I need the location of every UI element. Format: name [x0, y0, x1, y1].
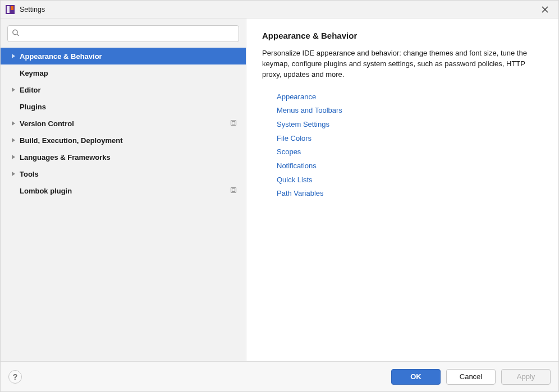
sidebar-item-build-execution-deployment[interactable]: Build, Execution, Deployment	[1, 132, 246, 149]
link-path-variables[interactable]: Path Variables	[277, 187, 543, 201]
sidebar-item-label: Version Control	[20, 119, 230, 128]
sidebar-item-keymap[interactable]: Keymap	[1, 64, 246, 81]
window-title: Settings	[20, 6, 536, 13]
svg-marker-14	[12, 138, 15, 142]
content-area: Appearance & Behavior Keymap Editor Plug…	[1, 19, 558, 361]
link-quick-lists[interactable]: Quick Lists	[277, 173, 543, 187]
ok-button[interactable]: OK	[391, 369, 441, 385]
link-file-colors[interactable]: File Colors	[277, 132, 543, 146]
sidebar-item-label: Editor	[20, 86, 239, 94]
sidebar-item-tools[interactable]: Tools	[1, 165, 246, 182]
sidebar-item-label: Tools	[20, 170, 239, 178]
svg-marker-16	[12, 172, 15, 176]
sidebar-item-appearance-behavior[interactable]: Appearance & Behavior	[1, 48, 246, 64]
sidebar-item-label: Appearance & Behavior	[20, 52, 239, 61]
svg-rect-12	[231, 120, 236, 125]
profile-scheme-icon	[230, 119, 237, 128]
sidebar-item-label: Lombok plugin	[20, 187, 230, 195]
app-icon	[5, 4, 15, 15]
profile-scheme-icon	[230, 187, 237, 195]
sidebar-item-plugins[interactable]: Plugins	[1, 98, 246, 115]
sidebar-item-version-control[interactable]: Version Control	[1, 115, 246, 132]
search-box	[7, 25, 239, 42]
svg-rect-19	[232, 188, 235, 191]
chevron-right-icon	[10, 87, 17, 93]
svg-rect-13	[232, 121, 235, 124]
svg-marker-7	[12, 54, 15, 58]
link-system-settings[interactable]: System Settings	[277, 118, 543, 132]
sidebar-item-languages-frameworks[interactable]: Languages & Frameworks	[1, 149, 246, 165]
chevron-right-icon	[10, 137, 17, 143]
chevron-right-icon	[10, 53, 17, 59]
sidebar-item-lombok-plugin[interactable]: Lombok plugin	[1, 182, 246, 199]
svg-rect-2	[11, 6, 13, 10]
page-description: Personalize IDE appearance and behavior:…	[262, 48, 543, 80]
svg-marker-9	[12, 87, 15, 92]
apply-button[interactable]: Apply	[501, 369, 551, 385]
search-input[interactable]	[7, 25, 239, 42]
link-menus-toolbars[interactable]: Menus and Toolbars	[277, 104, 543, 118]
chevron-right-icon	[10, 171, 17, 177]
chevron-right-icon	[10, 121, 17, 126]
search-container	[1, 25, 246, 48]
sidebar-item-label: Keymap	[20, 69, 239, 77]
close-button[interactable]	[536, 1, 554, 19]
sidebar-item-label: Plugins	[20, 103, 239, 111]
titlebar: Settings	[1, 1, 558, 19]
link-scopes[interactable]: Scopes	[277, 145, 543, 159]
svg-marker-15	[12, 155, 15, 159]
svg-rect-1	[7, 6, 10, 13]
settings-tree: Appearance & Behavior Keymap Editor Plug…	[1, 48, 246, 361]
cancel-button[interactable]: Cancel	[446, 369, 496, 385]
svg-rect-18	[231, 187, 236, 192]
sidebar: Appearance & Behavior Keymap Editor Plug…	[1, 19, 246, 361]
link-appearance[interactable]: Appearance	[277, 90, 543, 104]
link-notifications[interactable]: Notifications	[277, 159, 543, 173]
page-title: Appearance & Behavior	[262, 31, 543, 40]
sublinks-list: Appearance Menus and Toolbars System Set…	[262, 90, 543, 201]
main-panel: Appearance & Behavior Personalize IDE ap…	[246, 19, 558, 361]
help-button[interactable]: ?	[8, 370, 22, 384]
svg-marker-11	[12, 121, 15, 126]
chevron-right-icon	[10, 154, 17, 160]
sidebar-item-editor[interactable]: Editor	[1, 81, 246, 98]
footer: ? OK Cancel Apply	[1, 361, 558, 391]
sidebar-item-label: Build, Execution, Deployment	[20, 136, 239, 145]
sidebar-item-label: Languages & Frameworks	[20, 153, 239, 162]
